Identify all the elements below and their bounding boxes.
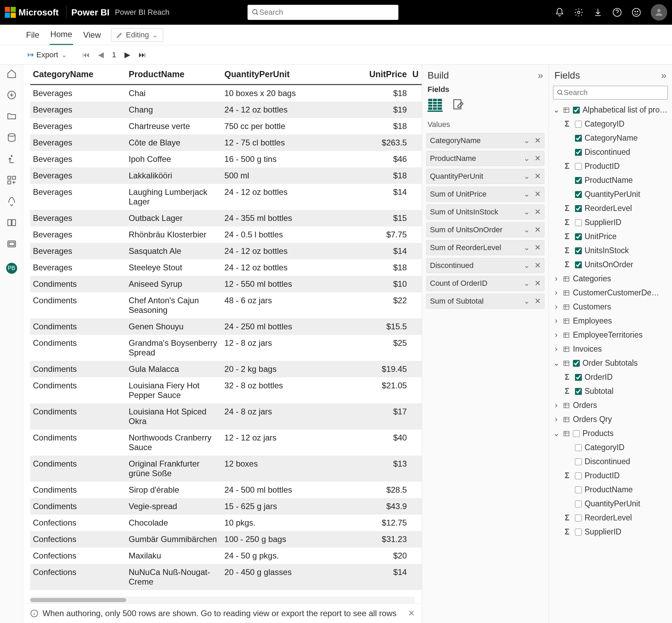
bell-icon[interactable]: [555, 8, 564, 17]
chevron-down-icon[interactable]: ⌄: [524, 190, 530, 199]
table-node[interactable]: ›Orders: [551, 398, 670, 412]
metrics-icon[interactable]: [7, 154, 17, 164]
table-visual[interactable]: CategoryName ProductName QuantityPerUnit…: [23, 64, 422, 595]
create-icon[interactable]: [7, 90, 17, 100]
remove-icon[interactable]: ✕: [535, 136, 541, 145]
remove-icon[interactable]: ✕: [535, 154, 541, 163]
global-search[interactable]: [248, 5, 398, 20]
tab-file[interactable]: File: [25, 25, 40, 45]
browse-icon[interactable]: [7, 111, 17, 121]
chevron-right-icon[interactable]: ›: [552, 401, 560, 410]
export-button[interactable]: ↦ Export ⌄: [27, 50, 67, 59]
remove-icon[interactable]: ✕: [535, 297, 541, 306]
collapse-icon[interactable]: »: [661, 70, 667, 81]
table-row[interactable]: CondimentsAniseed Syrup12 - 550 ml bottl…: [30, 276, 422, 292]
chevron-down-icon[interactable]: ⌄: [524, 172, 530, 181]
help-icon[interactable]: [612, 8, 622, 17]
field-chip[interactable]: Count of OrderID⌄✕: [426, 276, 544, 291]
chevron-down-icon[interactable]: ⌄: [552, 429, 560, 438]
field-node[interactable]: Discontinued: [551, 455, 670, 469]
field-node[interactable]: ΣSubtotal: [551, 384, 670, 398]
avatar[interactable]: [651, 4, 667, 21]
col-product[interactable]: ProductName: [126, 64, 221, 85]
scrollbar-thumb[interactable]: [30, 598, 126, 602]
chevron-down-icon[interactable]: ⌄: [524, 136, 530, 145]
table-row[interactable]: CondimentsGenen Shouyu24 - 250 ml bottle…: [30, 318, 422, 335]
table-row[interactable]: CondimentsLouisiana Hot Spiced Okra24 - …: [30, 403, 422, 430]
home-icon[interactable]: [7, 69, 17, 79]
chevron-right-icon[interactable]: ›: [552, 274, 560, 283]
field-checkbox[interactable]: [575, 444, 582, 451]
tab-view[interactable]: View: [83, 25, 102, 45]
chevron-down-icon[interactable]: ⌄: [524, 154, 530, 163]
field-checkbox[interactable]: [575, 121, 582, 128]
visual-table-icon[interactable]: [428, 98, 443, 112]
field-chip[interactable]: CategoryName⌄✕: [426, 133, 544, 148]
table-row[interactable]: ConfectionsGumbär Gummibärchen100 - 250 …: [30, 531, 422, 548]
chevron-down-icon[interactable]: ⌄: [524, 297, 530, 306]
field-checkbox[interactable]: [575, 247, 582, 254]
chevron-down-icon[interactable]: ⌄: [524, 225, 530, 234]
table-row[interactable]: BeveragesCôte de Blaye12 - 75 cl bottles…: [30, 134, 422, 151]
table-row[interactable]: ConfectionsNuNuCa Nuß-Nougat-Creme20 - 4…: [30, 564, 422, 590]
gear-icon[interactable]: [574, 8, 584, 17]
table-node[interactable]: ⌄Products: [551, 426, 670, 440]
table-node[interactable]: ⌄Order Subtotals: [551, 356, 670, 370]
table-row[interactable]: ConfectionsPavlova32 - 500 g boxes$17.45: [30, 590, 422, 595]
field-node[interactable]: ΣOrderID: [551, 370, 670, 384]
table-row[interactable]: CondimentsGrandma's Boysenberry Spread12…: [30, 335, 422, 361]
field-node[interactable]: ProductName: [551, 173, 670, 187]
table-checkbox[interactable]: [573, 430, 580, 437]
chevron-right-icon[interactable]: ›: [552, 344, 560, 354]
data-hub-icon[interactable]: [7, 132, 17, 143]
h-scrollbar[interactable]: [30, 597, 415, 603]
field-checkbox[interactable]: [575, 529, 582, 536]
table-row[interactable]: BeveragesChang24 - 12 oz bottles$19: [30, 102, 422, 118]
field-chip[interactable]: Sum of UnitsOnOrder⌄✕: [426, 222, 544, 237]
table-checkbox[interactable]: [573, 107, 580, 114]
table-row[interactable]: CondimentsGula Malacca20 - 2 kg bags$19.…: [30, 361, 422, 377]
field-checkbox[interactable]: [575, 219, 582, 226]
field-node[interactable]: ΣReorderLevel: [551, 201, 670, 215]
field-checkbox[interactable]: [575, 374, 582, 381]
table-row[interactable]: BeveragesLaughing Lumberjack Lager24 - 1…: [30, 184, 422, 210]
chevron-right-icon[interactable]: ›: [552, 302, 560, 312]
download-icon[interactable]: [593, 8, 603, 17]
chevron-right-icon[interactable]: ›: [552, 330, 560, 340]
apps-icon[interactable]: [7, 175, 17, 185]
field-chip[interactable]: Sum of Subtotal⌄✕: [426, 294, 544, 309]
field-chip[interactable]: Sum of UnitsInStock⌄✕: [426, 204, 544, 220]
chevron-down-icon[interactable]: ⌄: [524, 208, 530, 216]
table-row[interactable]: BeveragesSasquatch Ale24 - 12 oz bottles…: [30, 243, 422, 259]
tab-home[interactable]: Home: [50, 25, 73, 45]
field-node[interactable]: ΣUnitsInStock: [551, 244, 670, 258]
chevron-down-icon[interactable]: ⌄: [524, 279, 530, 288]
table-row[interactable]: CondimentsOriginal Frankfurter grüne Soß…: [30, 456, 422, 482]
remove-icon[interactable]: ✕: [535, 261, 541, 270]
field-node[interactable]: ΣProductID: [551, 159, 670, 173]
table-row[interactable]: CondimentsChef Anton's Cajun Seasoning48…: [30, 292, 422, 318]
table-checkbox[interactable]: [573, 360, 580, 367]
remove-icon[interactable]: ✕: [535, 243, 541, 252]
pager-next[interactable]: ▶: [124, 50, 130, 59]
remove-icon[interactable]: ✕: [535, 279, 541, 288]
field-node[interactable]: ProductName: [551, 483, 670, 497]
table-node[interactable]: ›Invoices: [551, 342, 670, 356]
global-search-input[interactable]: [259, 8, 394, 17]
table-row[interactable]: BeveragesSteeleye Stout24 - 12 oz bottle…: [30, 259, 422, 276]
field-checkbox[interactable]: [575, 233, 582, 240]
chevron-down-icon[interactable]: ⌄: [552, 358, 560, 368]
table-row[interactable]: ConfectionsMaxilaku24 - 50 g pkgs.$20: [30, 548, 422, 564]
field-node[interactable]: CategoryID: [551, 440, 670, 455]
field-node[interactable]: QuantityPerUnit: [551, 497, 670, 511]
table-node[interactable]: ›Employees: [551, 314, 670, 328]
field-chip[interactable]: ProductName⌄✕: [426, 151, 544, 166]
field-node[interactable]: ΣProductID: [551, 469, 670, 483]
workspaces-icon[interactable]: [7, 239, 17, 249]
table-row[interactable]: BeveragesRhönbräu Klosterbier24 - 0.5 l …: [30, 226, 422, 243]
field-node[interactable]: ΣUnitPrice: [551, 230, 670, 244]
chevron-right-icon[interactable]: ›: [552, 316, 560, 326]
col-category[interactable]: CategoryName: [30, 64, 126, 85]
field-checkbox[interactable]: [575, 149, 582, 156]
col-qpu[interactable]: QuantityPerUnit: [222, 64, 317, 85]
